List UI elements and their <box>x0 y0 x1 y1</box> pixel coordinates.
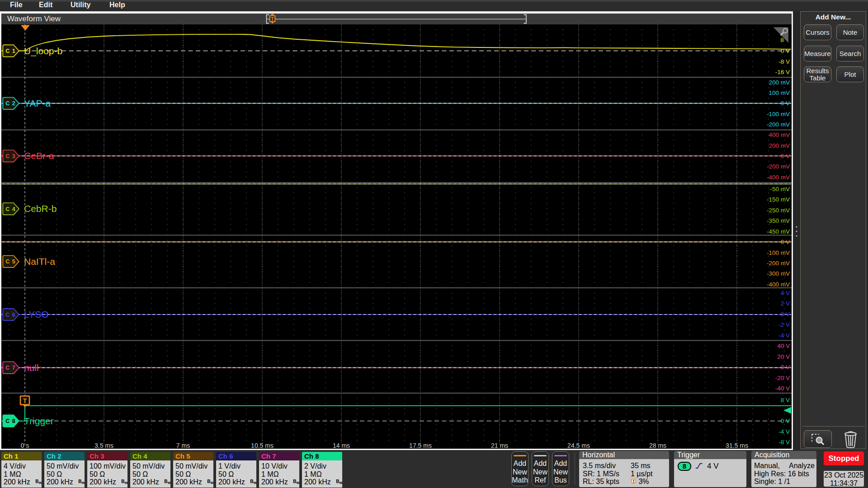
svg-text:-350 mV: -350 mV <box>767 217 790 224</box>
svg-text:0 V: 0 V <box>781 100 790 107</box>
svg-text:CeBr-a: CeBr-a <box>24 150 54 161</box>
svg-text:8: 8 <box>780 37 784 43</box>
svg-text:T: T <box>271 16 274 22</box>
svg-text:0 V: 0 V <box>781 153 790 160</box>
svg-text:24.5 ms: 24.5 ms <box>567 442 590 449</box>
svg-text:-16 V: -16 V <box>775 69 790 75</box>
svg-text:-400 mV: -400 mV <box>767 174 790 181</box>
svg-text:-200 mV: -200 mV <box>767 260 790 267</box>
svg-text:U_loop-b: U_loop-b <box>24 46 62 56</box>
svg-text:-400 mV: -400 mV <box>767 281 790 288</box>
svg-text:-150 mV: -150 mV <box>767 196 790 203</box>
svg-text:T: T <box>632 479 635 483</box>
svg-text:100 mV: 100 mV <box>769 89 790 96</box>
svg-text:LYSO: LYSO <box>24 309 48 319</box>
svg-text:8 V: 8 V <box>781 397 790 404</box>
svg-text:17.5 ms: 17.5 ms <box>409 442 432 449</box>
svg-text:-4 V: -4 V <box>778 428 790 435</box>
svg-text:0 V: 0 V <box>781 311 790 318</box>
svg-text:10.5 ms: 10.5 ms <box>251 442 274 449</box>
svg-text:-200 mV: -200 mV <box>767 121 790 128</box>
svg-text:-8 V: -8 V <box>778 58 790 65</box>
svg-text:-8 V: -8 V <box>778 439 790 446</box>
svg-text:-2 V: -2 V <box>778 321 790 328</box>
svg-text:T: T <box>23 397 27 404</box>
svg-text:-20 V: -20 V <box>775 375 790 381</box>
svg-text:200 mV: 200 mV <box>769 142 790 149</box>
svg-text:-100 mV: -100 mV <box>767 111 790 117</box>
svg-text:C 2: C 2 <box>5 100 15 107</box>
svg-text:3.5 ms: 3.5 ms <box>94 442 113 449</box>
svg-text:-100 mV: -100 mV <box>767 249 790 256</box>
svg-text:7 ms: 7 ms <box>176 442 190 449</box>
svg-text:40 V: 40 V <box>777 343 790 349</box>
svg-text:C 3: C 3 <box>5 153 15 160</box>
svg-text:0 s: 0 s <box>21 442 29 449</box>
svg-text:NaITl-a: NaITl-a <box>24 256 55 267</box>
svg-text:4 V: 4 V <box>781 290 790 296</box>
svg-text:C 7: C 7 <box>5 365 15 371</box>
svg-text:null: null <box>24 362 39 373</box>
svg-text:C 6: C 6 <box>5 312 15 318</box>
svg-text:14 ms: 14 ms <box>333 442 350 449</box>
svg-text:20 V: 20 V <box>777 353 790 360</box>
svg-text:-50 mV: -50 mV <box>770 186 790 192</box>
svg-text:C 4: C 4 <box>5 206 15 212</box>
svg-text:Trigger: Trigger <box>24 416 54 426</box>
svg-text:0 V: 0 V <box>781 47 790 54</box>
svg-text:2 V: 2 V <box>781 300 790 307</box>
svg-text:C 5: C 5 <box>5 258 15 265</box>
svg-text:-450 mV: -450 mV <box>767 228 790 235</box>
svg-text:200 mV: 200 mV <box>769 79 790 86</box>
svg-text:CebR-b: CebR-b <box>24 203 57 214</box>
svg-text:0 V: 0 V <box>781 239 790 245</box>
svg-text:YAP-a: YAP-a <box>24 98 51 108</box>
svg-text:28 ms: 28 ms <box>649 442 666 449</box>
svg-text:-200 mV: -200 mV <box>767 163 790 170</box>
svg-text:31.5 ms: 31.5 ms <box>726 442 748 449</box>
svg-text:C 1: C 1 <box>5 48 15 54</box>
svg-text:C 8: C 8 <box>5 418 15 424</box>
svg-text:-40 V: -40 V <box>775 385 790 392</box>
svg-text:-300 mV: -300 mV <box>767 270 790 277</box>
svg-text:0 V: 0 V <box>781 364 790 371</box>
svg-text:21 ms: 21 ms <box>491 442 508 449</box>
svg-text:400 mV: 400 mV <box>769 131 790 138</box>
svg-text:-4 V: -4 V <box>778 332 790 339</box>
svg-text:-250 mV: -250 mV <box>767 207 790 214</box>
svg-text:0 V: 0 V <box>781 418 790 424</box>
